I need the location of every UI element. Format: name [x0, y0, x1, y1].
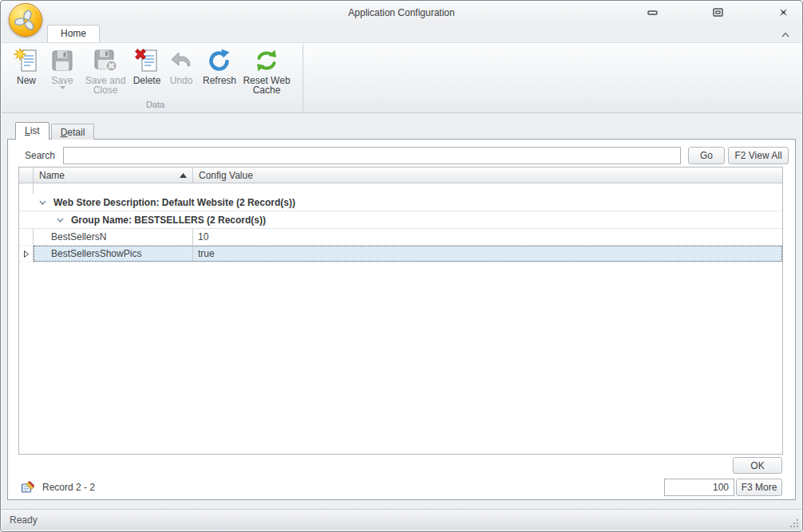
delete-button-label: Delete	[133, 76, 161, 85]
application-window: Application Configuration	[0, 0, 803, 532]
grid-header: Name Config Value	[19, 167, 782, 183]
grid-spacer-row	[19, 183, 782, 194]
undo-button-label: Undo	[170, 76, 193, 85]
tab-home[interactable]: Home	[47, 25, 100, 42]
tab-list[interactable]: List	[15, 122, 49, 140]
reset-web-cache-icon	[254, 48, 279, 73]
delete-icon	[134, 48, 160, 73]
new-button[interactable]: New	[10, 46, 43, 87]
new-document-icon	[14, 48, 39, 73]
indicator-column-header	[19, 167, 34, 183]
list-tab-panel: Search Go F2 View All Name Config Value	[7, 139, 796, 500]
app-logo-icon	[14, 8, 38, 32]
grid-footer: Record 2 - 2 F3 More	[21, 478, 782, 496]
cell-name[interactable]: BestSellersN	[34, 229, 193, 245]
cell-config-value[interactable]: 10	[193, 229, 782, 245]
view-all-button[interactable]: F2 View All	[728, 147, 789, 164]
search-bar: Search Go F2 View All	[14, 147, 789, 164]
go-button[interactable]: Go	[688, 147, 725, 164]
tab-list-label: List	[25, 125, 40, 136]
record-icon	[21, 480, 35, 495]
table-row-selected[interactable]: BestSellersShowPics true	[19, 246, 782, 262]
tab-home-label: Home	[61, 28, 86, 39]
cell-name[interactable]: BestSellersShowPics	[34, 246, 193, 261]
search-label: Search	[25, 150, 55, 161]
delete-button[interactable]: Delete	[129, 46, 164, 87]
reset-web-cache-button[interactable]: Reset Web Cache	[241, 46, 292, 97]
status-bar: Ready	[2, 509, 801, 530]
more-button[interactable]: F3 More	[736, 479, 782, 496]
resize-grip[interactable]	[789, 518, 799, 528]
cell-config-value[interactable]: true	[193, 246, 782, 261]
chevron-down-icon[interactable]	[39, 200, 46, 205]
undo-icon	[168, 48, 194, 73]
reset-web-cache-button-label: Reset Web Cache	[242, 76, 291, 95]
save-button: Save	[43, 46, 81, 91]
page-tab-strip: List Detail	[7, 122, 96, 140]
chevron-down-icon	[60, 86, 65, 89]
refresh-button[interactable]: Refresh	[198, 46, 241, 87]
undo-button: Undo	[164, 46, 198, 87]
maximize-button[interactable]	[713, 8, 723, 17]
search-input[interactable]	[63, 147, 681, 164]
minimize-button[interactable]	[647, 8, 658, 17]
refresh-button-label: Refresh	[203, 76, 236, 85]
column-header-name[interactable]: Name	[34, 167, 193, 183]
chevron-up-icon	[781, 31, 790, 38]
new-button-label: New	[17, 76, 36, 85]
refresh-icon	[207, 48, 232, 73]
table-row[interactable]: BestSellersN 10	[19, 229, 782, 246]
close-button[interactable]	[778, 8, 789, 17]
save-icon	[49, 48, 75, 73]
ribbon-group-label: Data	[8, 100, 303, 109]
sort-ascending-icon	[180, 173, 187, 178]
ok-button[interactable]: OK	[733, 457, 782, 474]
title-bar: Application Configuration	[2, 2, 801, 25]
group-row-webstore-label: Web Store Description: Default Website (…	[53, 197, 295, 208]
window-title: Application Configuration	[348, 7, 454, 18]
save-close-icon	[93, 48, 118, 73]
collapse-ribbon-button[interactable]	[781, 30, 790, 41]
record-count-label: Record 2 - 2	[42, 482, 95, 493]
column-header-name-label: Name	[39, 170, 65, 181]
column-header-config-value-label: Config Value	[199, 170, 253, 181]
save-button-label: Save	[51, 76, 73, 85]
group-row-bestsellers[interactable]: Group Name: BESTSELLERS (2 Record(s))	[19, 211, 782, 229]
status-text: Ready	[10, 514, 38, 526]
row-indicator-icon	[24, 250, 29, 258]
save-and-close-button-label: Save and Close	[82, 76, 129, 95]
config-grid: Name Config Value Web Store Description:…	[18, 167, 783, 455]
tab-detail[interactable]: Detail	[51, 124, 95, 140]
app-menu-orb[interactable]	[9, 3, 42, 37]
column-header-config-value[interactable]: Config Value	[193, 167, 782, 183]
save-and-close-button: Save and Close	[81, 46, 129, 97]
group-row-webstore[interactable]: Web Store Description: Default Website (…	[19, 194, 782, 211]
group-row-bestsellers-label: Group Name: BESTSELLERS (2 Record(s))	[71, 215, 266, 226]
page-size-input[interactable]	[664, 479, 734, 496]
tab-detail-label: Detail	[61, 127, 85, 138]
chevron-down-icon[interactable]	[57, 218, 64, 223]
ribbon: New Save	[2, 42, 801, 113]
ribbon-group-data: New Save	[8, 44, 303, 112]
ribbon-tab-strip: Home	[2, 25, 801, 42]
